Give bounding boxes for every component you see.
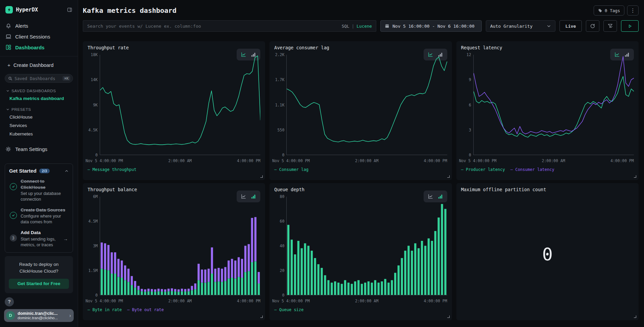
get-started-step[interactable]: Create Data Sources Configure where your…	[9, 207, 69, 225]
sidebar-item-services[interactable]: Services	[0, 121, 78, 130]
refresh-button[interactable]	[586, 20, 599, 32]
promo-text: Ready to deploy on ClickHouse Cloud?	[12, 261, 66, 274]
saved-dashboards-section-header[interactable]: SAVED DASHBOARDS	[0, 84, 78, 94]
date-range-value: Nov 5 16:00:00 - Nov 6 16:00:00	[392, 24, 475, 29]
resize-handle-icon[interactable]	[447, 316, 450, 318]
chevron-down-icon	[6, 108, 9, 111]
chart-plot	[286, 55, 447, 155]
arrow-right-icon: →	[63, 236, 69, 242]
collapse-sidebar-icon[interactable]	[67, 7, 72, 12]
plus-icon: +	[7, 62, 10, 68]
user-email: dominic.tran@clickho...	[18, 316, 67, 320]
step-desc: Configure where your data comes from	[21, 213, 69, 225]
chart-panel-queue-depth: Queue depth 020406080 Nov 5 4:00:00 PM2:…	[269, 183, 452, 320]
chart-legend: — Producer latency— Consumer latency	[461, 167, 560, 172]
create-dashboard-button[interactable]: + Create Dashboard	[0, 56, 78, 70]
get-started-step[interactable]: Connect to ClickHouse Set up your databa…	[9, 178, 69, 202]
resize-handle-icon[interactable]	[447, 175, 450, 178]
sidebar-item-kafka-dashboard[interactable]: Kafka metrics dashboard	[0, 94, 78, 103]
toggle-divider: |	[352, 24, 354, 29]
chart-plot	[286, 197, 447, 295]
y-axis-labels: 05501.1K1.7K2.2K	[271, 55, 284, 155]
filter-button[interactable]	[603, 20, 617, 32]
shortcut-badge: ⌘K	[63, 76, 70, 81]
x-axis-labels: Nov 5 4:00:00 PM2:00:00 AM4:00:00 PM	[86, 299, 260, 303]
resize-handle-icon[interactable]	[260, 316, 263, 318]
big-number-value: 0	[542, 246, 553, 263]
sidebar: HyperDX Alerts Client Sessions	[0, 0, 78, 327]
kebab-menu-button[interactable]: ⋮	[627, 5, 639, 16]
hyperdx-logo-icon	[5, 6, 13, 14]
y-axis-labels: 04.5K9K14K18K	[85, 55, 98, 155]
chart-panel-throughput-balance: Throughput balance 01.5M3M4.5M6M Nov 5 4…	[83, 183, 265, 320]
laptop-icon	[5, 33, 11, 40]
sidebar-nav: Alerts Client Sessions Dashboards	[0, 18, 78, 56]
chevron-right-icon: ›	[69, 312, 71, 318]
y-axis-labels: 020406080	[271, 197, 284, 295]
live-button[interactable]: Live	[559, 20, 582, 32]
run-query-button[interactable]	[621, 20, 639, 32]
sidebar-item-clickhouse[interactable]: ClickHouse	[0, 113, 78, 121]
get-started-step[interactable]: 3 Add Data Start sending logs, metrics, …	[9, 230, 69, 248]
sidebar-item-client-sessions[interactable]: Client Sessions	[0, 31, 78, 42]
sidebar-item-label: Dashboards	[15, 45, 45, 50]
check-circle-icon	[10, 212, 17, 219]
logo-row: HyperDX	[0, 0, 78, 18]
sidebar-item-label: Client Sessions	[15, 34, 50, 40]
step-number-badge: 3	[10, 234, 17, 242]
filter-icon	[607, 23, 613, 29]
sidebar-item-dashboards[interactable]: Dashboards	[0, 42, 78, 53]
step-desc: Set up your database connection	[21, 191, 69, 202]
refresh-icon	[590, 23, 595, 29]
chart-panel-request-latency: Request latency 036912 Nov 5 4:00:00 PM2…	[456, 41, 639, 180]
chart-plot	[100, 55, 260, 155]
saved-dashboards-search[interactable]: ⌘K	[5, 74, 73, 83]
step-desc: Start sending logs, metrics, or traces	[21, 236, 60, 248]
help-button[interactable]: ?	[5, 297, 14, 306]
chart-legend: — Message throughput	[88, 167, 142, 172]
saved-dashboards-search-input[interactable]	[15, 76, 61, 81]
chart-legend: — Byte in rate— Byte out rate	[88, 307, 169, 312]
x-axis-labels: Nov 5 4:00:00 PM2:00:00 AM4:00:00 PM	[86, 158, 260, 163]
chart-panel-average-consumer-lag: Average consumer lag 05501.1K1.7K2.2K No…	[269, 41, 452, 180]
query-toolbar: SQL | Lucene Nov 5 16:00:00 - Nov 6 16:0…	[83, 20, 639, 32]
event-search-input[interactable]	[83, 21, 376, 31]
sidebar-item-label: Alerts	[15, 23, 28, 29]
chevron-down-icon	[6, 89, 9, 93]
chart-panel-throughput-rate: Throughput rate 04.5K9K14K18K Nov 5 4:00…	[83, 41, 265, 180]
calendar-icon	[385, 24, 389, 28]
x-axis-labels: Nov 5 4:00:00 PM2:00:00 AM4:00:00 PM	[459, 158, 634, 163]
search-icon	[8, 76, 13, 81]
cloud-promo-card: Ready to deploy on ClickHouse Cloud? Get…	[5, 256, 73, 293]
chart-panel-max-offline-partition-count: Maximum offline partition count 0	[456, 183, 639, 320]
avatar: D	[6, 311, 15, 320]
chart-plot	[100, 197, 260, 295]
sql-toggle[interactable]: SQL	[342, 24, 350, 29]
chart-title: Maximum offline partition count	[456, 183, 639, 192]
tag-icon	[598, 8, 602, 13]
lucene-toggle[interactable]: Lucene	[357, 24, 372, 29]
step-title: Add Data	[21, 230, 60, 236]
resize-handle-icon[interactable]	[260, 175, 263, 178]
granularity-select[interactable]: Auto Granularity	[486, 20, 555, 32]
get-started-free-button[interactable]: Get Started for Free	[9, 279, 69, 289]
chevron-up-icon[interactable]	[65, 169, 69, 173]
gear-icon	[5, 146, 11, 152]
main-content: Kafka metrics dashboard 0 Tags ⋮ SQL | L…	[78, 0, 644, 327]
dashboard-grid: Throughput rate 04.5K9K14K18K Nov 5 4:00…	[83, 41, 639, 320]
app-root: HyperDX Alerts Client Sessions	[0, 0, 644, 327]
resize-handle-icon[interactable]	[634, 175, 636, 178]
step-title: Connect to ClickHouse	[21, 178, 69, 190]
tags-button[interactable]: 0 Tags	[594, 5, 624, 16]
presets-section-header[interactable]: PRESETS	[0, 103, 78, 113]
date-range-picker[interactable]: Nov 5 16:00:00 - Nov 6 16:00:00	[380, 20, 482, 32]
user-name: dominic.tran@clic...	[18, 311, 67, 316]
sidebar-item-kubernetes[interactable]: Kubernetes	[0, 130, 78, 138]
sidebar-item-team-settings[interactable]: Team Settings	[0, 138, 78, 155]
resize-handle-icon[interactable]	[634, 316, 636, 318]
user-menu[interactable]: D dominic.tran@clic... dominic.tran@clic…	[4, 309, 74, 322]
sidebar-item-alerts[interactable]: Alerts	[0, 20, 78, 31]
dashboard-grid-icon	[5, 44, 11, 50]
event-search: SQL | Lucene	[83, 20, 376, 32]
play-icon	[628, 24, 632, 28]
